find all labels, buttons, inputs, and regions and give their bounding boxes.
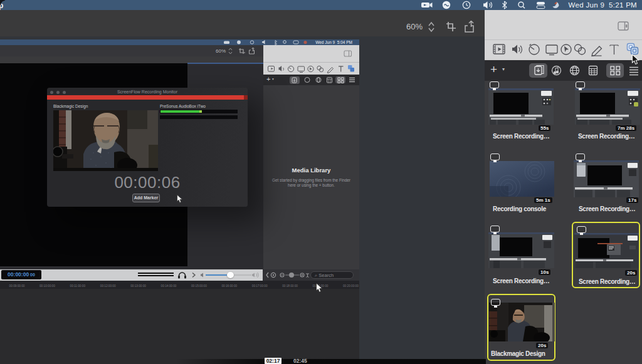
svg-text:00:20:00:00: 00:20:00:00 — [343, 284, 359, 288]
svg-text:00:14:00:00: 00:14:00:00 — [161, 284, 177, 288]
svg-text:00:10:00:00: 00:10:00:00 — [39, 284, 55, 288]
svg-text:00:15:00:00: 00:15:00:00 — [191, 284, 207, 288]
svg-text:00:13:00:00: 00:13:00:00 — [130, 284, 146, 288]
svg-text:00:16:00:00: 00:16:00:00 — [221, 284, 237, 288]
svg-text:00:18:00:00: 00:18:00:00 — [282, 284, 298, 288]
svg-text:00:09:00:00: 00:09:00:00 — [9, 284, 25, 288]
svg-text:00:17:00:00: 00:17:00:00 — [252, 284, 268, 288]
svg-text:00:12:00:00: 00:12:00:00 — [100, 284, 116, 288]
svg-text:00:11:00:00: 00:11:00:00 — [70, 284, 86, 288]
